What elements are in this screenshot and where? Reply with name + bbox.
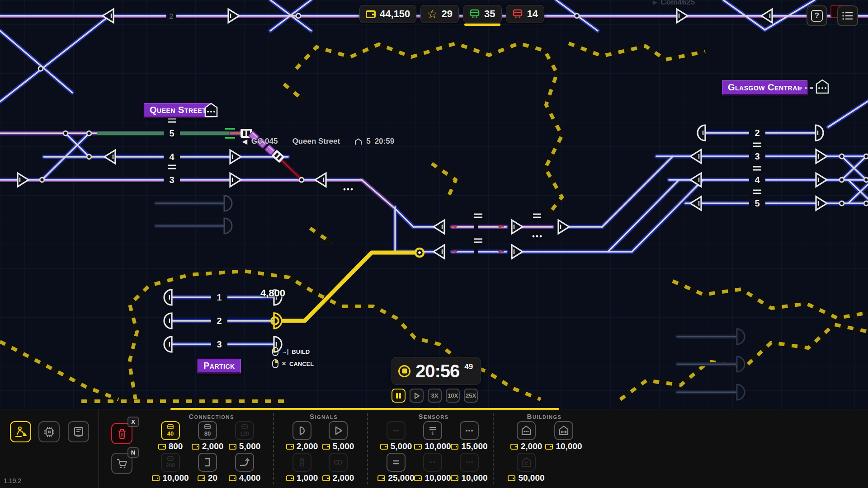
game-stage: 2 5 4 3 1 2 3 2 3 4 5 44,150 ☆ 29	[0, 0, 868, 488]
menu-button[interactable]	[837, 5, 858, 26]
station-building-icon	[520, 424, 533, 437]
svg-text:1: 1	[431, 431, 434, 436]
tool-track-120[interactable]: 120 5,000	[224, 421, 265, 451]
active-trains-pill[interactable]: 35	[463, 5, 501, 23]
train-info[interactable]: ◀ GC 045 Queen Street 5 20:59	[242, 137, 394, 146]
station-icon-queen-street[interactable]	[203, 102, 220, 118]
svg-text:3: 3	[217, 339, 222, 349]
tool-station-span[interactable]: 10,000	[543, 421, 584, 451]
tool-platform-sensor[interactable]: 1 10,000	[412, 421, 453, 451]
play-button[interactable]	[410, 389, 424, 403]
clock-seconds: 49	[464, 362, 473, 371]
score-pill[interactable]: ☆ 29	[420, 5, 459, 23]
track-gap	[474, 223, 478, 230]
contracts-button[interactable]	[68, 421, 89, 442]
svg-text:4: 4	[169, 152, 175, 162]
platform-sensor-icon: 1	[427, 425, 439, 436]
speed-25x-button[interactable]: 25X	[464, 389, 478, 403]
train-direction-icon: ◀	[242, 138, 247, 145]
wallet-icon	[508, 475, 515, 481]
delayed-trains-value: 14	[527, 8, 538, 20]
tool-link-signal[interactable]: 2,000	[318, 453, 359, 483]
wallet-icon	[229, 475, 236, 481]
section-divider	[273, 413, 274, 484]
money-pill[interactable]: 44,150	[359, 5, 416, 23]
play-arrow-icon: ▶	[653, 0, 657, 5]
help-button[interactable]: ?	[807, 5, 827, 26]
offscreen-train-label[interactable]: ▶ Com4625	[653, 0, 695, 7]
mouse-right-icon	[272, 359, 278, 368]
version-label: 1.19.2	[4, 477, 21, 484]
pause-button[interactable]	[392, 389, 406, 403]
chip-icon	[43, 426, 56, 438]
three-dot-sensor-icon	[463, 456, 475, 468]
tool-curve[interactable]: 4,000	[224, 453, 265, 483]
wallet-icon	[414, 444, 422, 450]
build-mode-button[interactable]	[10, 421, 31, 442]
menu-list-icon	[842, 10, 854, 21]
section-divider	[493, 413, 494, 484]
build-label: BUILD	[292, 348, 310, 355]
equal-sensor-icon	[390, 456, 402, 468]
svg-text:1: 1	[217, 292, 222, 302]
svg-text:5: 5	[169, 128, 174, 138]
wallet-icon	[198, 475, 205, 481]
station-label-partick[interactable]: Partick	[198, 359, 241, 374]
svg-text:80: 80	[204, 430, 211, 437]
automation-button[interactable]	[38, 421, 60, 442]
station-label-glasgow-central[interactable]: Glasgow Central	[722, 80, 807, 95]
dash-sensor-icon	[390, 425, 402, 436]
link-signal-icon	[332, 456, 344, 468]
tool-auto-signal[interactable]: 5,000	[318, 421, 359, 451]
station-label-queen-street[interactable]: Queen Street	[144, 103, 212, 118]
tool-equal-sensor[interactable]: 25,000	[376, 453, 416, 483]
delayed-trains-pill[interactable]: 14	[506, 5, 544, 23]
auto-signal-icon	[332, 425, 344, 436]
construction-worker-icon	[14, 426, 28, 438]
speed-10x-button[interactable]: 10X	[446, 389, 460, 403]
wallet-icon	[322, 475, 330, 481]
build-glyph: →|	[282, 348, 288, 355]
wallet-icon	[158, 444, 166, 450]
station-icon-glasgow-central[interactable]	[814, 79, 831, 95]
wallet-icon	[286, 475, 294, 481]
track-120-icon: 120	[238, 424, 251, 437]
train-id: GC 045	[251, 137, 278, 146]
tool-depot[interactable]: 50,000	[506, 453, 547, 483]
svg-text:2: 2	[217, 316, 222, 326]
tool-two-dot-sensor[interactable]: 10,000	[412, 453, 453, 483]
tool-station-building[interactable]: 2,000	[506, 421, 547, 451]
tool-track-40[interactable]: 40 800	[150, 421, 191, 451]
svg-text:5: 5	[755, 198, 760, 208]
wallet-icon	[451, 444, 458, 450]
tool-track-200[interactable]: 200 10,000	[150, 453, 191, 483]
wallet-icon	[380, 444, 388, 450]
tool-signal[interactable]: 2,000	[282, 421, 322, 451]
svg-text:3: 3	[169, 175, 174, 185]
tool-dash-sensor[interactable]: 5,000	[376, 421, 416, 451]
wallet-icon	[322, 444, 330, 450]
top-right-buttons: ?	[807, 5, 858, 26]
depot-icon	[520, 456, 533, 469]
track-200-icon: 200	[164, 455, 177, 469]
tool-three-dot-sensor[interactable]: 10,000	[449, 453, 490, 483]
toolbar-divider	[98, 409, 99, 488]
active-tab-underline	[464, 23, 500, 26]
record-pause-icon	[398, 365, 410, 377]
tool-gate-signal[interactable]: 1,000	[282, 453, 322, 483]
speed-3x-button[interactable]: 3X	[428, 389, 442, 403]
star-icon: ☆	[427, 8, 437, 20]
mouse-left-icon	[272, 347, 278, 356]
tool-track-80[interactable]: 80 2,000	[187, 421, 228, 451]
build-cost: 4,800	[260, 287, 285, 299]
active-trains-value: 35	[484, 8, 495, 20]
platform-icon	[354, 138, 362, 145]
tool-bumper[interactable]: 20	[187, 453, 228, 483]
tool-dots-sensor[interactable]: 15,000	[449, 421, 490, 451]
bumper-icon	[202, 456, 213, 468]
track-80-icon: 80	[201, 424, 214, 437]
dots-sensor-icon	[463, 425, 475, 436]
hint-build: →| BUILD	[272, 347, 314, 356]
clock-panel: 20:56 49	[392, 357, 481, 385]
svg-text:40: 40	[167, 430, 174, 437]
